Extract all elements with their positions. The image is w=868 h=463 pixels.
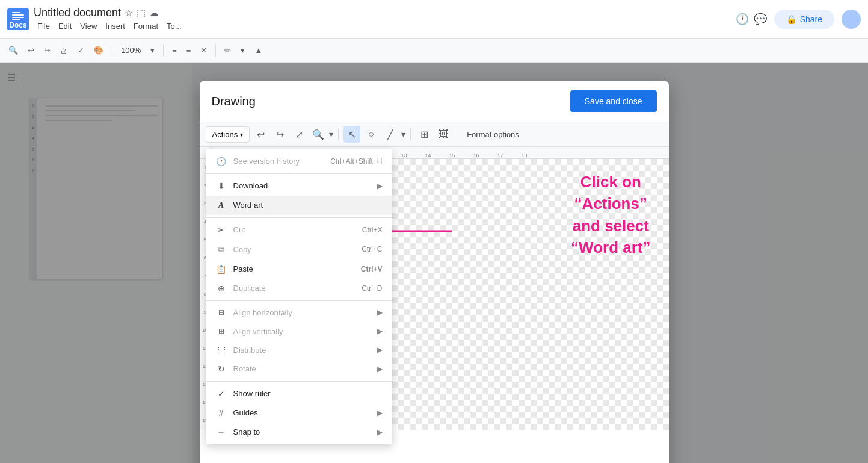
menu-item-copy[interactable]: ⧉ Copy Ctrl+C <box>206 240 392 259</box>
svg-rect-4 <box>12 19 20 20</box>
draw-shape[interactable]: ○ <box>363 126 380 143</box>
move-icon[interactable]: ⬚ <box>137 7 146 19</box>
text-align-x[interactable]: ✕ <box>197 43 211 57</box>
snap-to-arrow: ▶ <box>377 428 383 437</box>
align-h-icon: ⊟ <box>215 308 227 317</box>
checkmark-icon: ✓ <box>215 389 227 399</box>
draw-sep-2 <box>410 128 411 140</box>
menu-item-show-ruler[interactable]: ✓ Show ruler <box>206 384 392 403</box>
line-chevron[interactable]: ▾ <box>401 129 405 139</box>
rotate-icon: ↻ <box>215 364 227 374</box>
divider-3 <box>206 300 392 301</box>
draw-undo[interactable]: ↩ <box>252 126 269 143</box>
comment-icon[interactable]: 💬 <box>754 13 767 26</box>
draw-image[interactable]: 🖼 <box>435 126 452 143</box>
toolbar-sep-1 <box>112 45 112 57</box>
snap-icon: → <box>215 427 227 437</box>
drawing-dialog: Drawing Save and close Actions ▾ 🕐 <box>200 81 669 463</box>
tick-14: 14 <box>416 152 440 158</box>
draw-table[interactable]: ⊞ <box>416 126 432 143</box>
history-icon[interactable]: 🕐 <box>736 13 749 26</box>
version-history-label: See version history <box>233 157 331 166</box>
menu-item-align-v[interactable]: ⊞ Align vertically ▶ <box>206 322 392 341</box>
dialog-title: Drawing <box>212 95 256 108</box>
menu-format[interactable]: Format <box>130 20 162 32</box>
draw-sep-1 <box>338 128 339 140</box>
star-icon[interactable]: ☆ <box>125 7 133 19</box>
svg-rect-1 <box>12 12 20 13</box>
menu-item-cut[interactable]: ✂ Cut Ctrl+X <box>206 220 392 240</box>
annotation-line4: “Word art” <box>571 237 650 258</box>
pen-dropdown[interactable]: ▾ <box>237 43 248 57</box>
divider-1 <box>206 173 392 174</box>
lock-icon: 🔒 <box>786 14 796 24</box>
text-align-left[interactable]: ≡ <box>168 43 180 57</box>
snap-to-label: Snap to <box>233 427 377 437</box>
zoom-chevron[interactable]: ▾ <box>329 129 333 139</box>
menu-item-snap-to[interactable]: → Snap to ▶ <box>206 423 392 442</box>
rotate-arrow: ▶ <box>377 365 383 373</box>
annotation-text: Click on “Actions” and select “Word art” <box>571 171 650 259</box>
divider-4 <box>206 381 392 382</box>
clock-icon: 🕐 <box>215 157 227 166</box>
undo-btn[interactable]: ↩ <box>24 43 38 57</box>
toolbar-sep-2 <box>163 45 164 57</box>
spellcheck-btn[interactable]: ✓ <box>74 43 88 57</box>
menu-item-word-art[interactable]: A Word art <box>206 196 392 215</box>
draw-select[interactable]: ↖ <box>343 126 360 143</box>
copy-label: Copy <box>233 245 362 254</box>
menu-bar: File Edit View Insert Format To... <box>34 20 185 32</box>
draw-line[interactable]: ╱ <box>382 126 399 143</box>
distribute-icon: ⋮⋮ <box>215 346 227 354</box>
menu-edit[interactable]: Edit <box>55 20 75 32</box>
draw-zoom[interactable]: 🔍 <box>310 126 327 143</box>
menu-item-version-history[interactable]: 🕐 See version history Ctrl+Alt+Shift+H <box>206 152 392 171</box>
zoom-dropdown[interactable]: ▾ <box>147 43 158 57</box>
paste-icon: 📋 <box>215 264 227 274</box>
draw-sep-3 <box>457 128 457 140</box>
search-btn[interactable]: 🔍 <box>5 43 22 57</box>
cloud-icon[interactable]: ☁ <box>149 7 159 19</box>
actions-chevron: ▾ <box>240 131 243 138</box>
menu-item-distribute[interactable]: ⋮⋮ Distribute ▶ <box>206 341 392 359</box>
actions-dropdown-container: Actions ▾ 🕐 See version history Ctrl+Alt… <box>206 126 250 143</box>
download-icon: ⬇ <box>215 181 227 191</box>
menu-insert[interactable]: Insert <box>102 20 129 32</box>
menu-tools[interactable]: To... <box>163 20 185 32</box>
menu-item-duplicate[interactable]: ⊕ Duplicate Ctrl+D <box>206 279 392 298</box>
menu-item-rotate[interactable]: ↻ Rotate ▶ <box>206 359 392 379</box>
text-align-center[interactable]: ≡ <box>183 43 195 57</box>
format-options-label[interactable]: Format options <box>467 130 519 139</box>
paint-format-btn[interactable]: 🎨 <box>90 43 107 57</box>
save-close-button[interactable]: Save and close <box>570 90 657 112</box>
actions-button[interactable]: Actions ▾ <box>206 126 250 143</box>
menu-item-download[interactable]: ⬇ Download ▶ <box>206 176 392 196</box>
tick-16: 16 <box>464 152 488 158</box>
align-h-label: Align horizontally <box>233 308 377 317</box>
share-button[interactable]: 🔒 Share <box>774 10 834 29</box>
menu-item-align-h[interactable]: ⊟ Align horizontally ▶ <box>206 303 392 322</box>
drawing-dialog-overlay: Drawing Save and close Actions ▾ 🕐 <box>0 63 868 463</box>
doc-area: ☰ 1 2 3 4 5 6 7 <box>0 63 868 463</box>
doc-title[interactable]: Untitled document <box>34 7 121 19</box>
draw-move[interactable]: ⤢ <box>291 126 307 143</box>
pen-tool[interactable]: ✏ <box>221 43 235 57</box>
align-v-arrow: ▶ <box>377 327 383 335</box>
redo-btn[interactable]: ↪ <box>40 43 54 57</box>
zoom-display[interactable]: 100% <box>117 45 144 56</box>
menu-view[interactable]: View <box>76 20 100 32</box>
avatar[interactable] <box>842 10 861 29</box>
guides-label: Guides <box>233 408 377 417</box>
menu-item-paste[interactable]: 📋 Paste Ctrl+V <box>206 259 392 279</box>
guides-icon: # <box>215 408 227 418</box>
draw-redo[interactable]: ↪ <box>271 126 288 143</box>
distribute-label: Distribute <box>233 346 377 355</box>
menu-file[interactable]: File <box>34 20 54 32</box>
menu-item-guides[interactable]: # Guides ▶ <box>206 403 392 423</box>
tick-18: 18 <box>512 152 537 158</box>
align-v-label: Align vertically <box>233 327 377 336</box>
collapse-btn[interactable]: ▲ <box>251 43 266 57</box>
cut-shortcut: Ctrl+X <box>362 226 383 234</box>
top-bar-right: 🕐 💬 🔒 Share <box>736 10 861 29</box>
print-btn[interactable]: 🖨 <box>57 43 72 57</box>
